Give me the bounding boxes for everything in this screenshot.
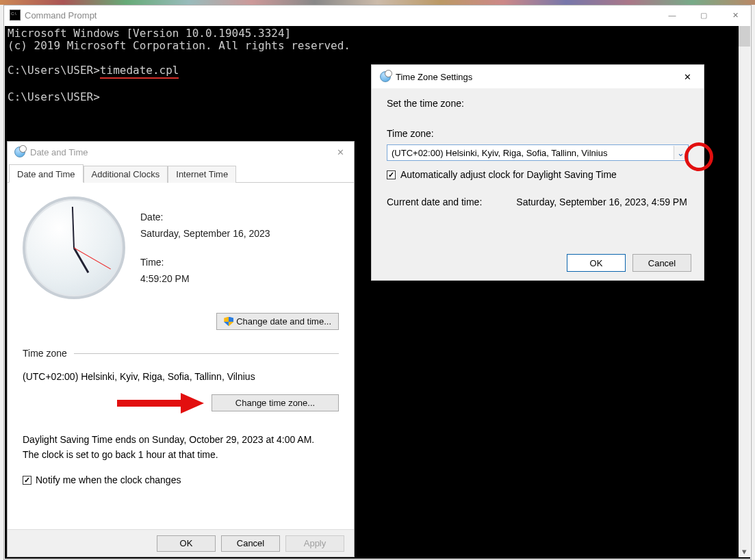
annotation-arrow [117,395,206,411]
time-value: 4:59:20 PM [140,273,270,284]
shield-icon [224,317,233,327]
apply-button: Apply [285,535,344,552]
analog-clock [23,196,125,299]
ok-button[interactable]: OK [567,254,626,272]
cmd-title: Command Prompt [25,10,656,21]
dialog-footer: OK Cancel Apply [8,529,354,557]
scroll-thumb[interactable] [739,26,750,47]
cmd-titlebar[interactable]: Command Prompt — ▢ ✕ [4,5,751,25]
scrollbar[interactable]: ▴ ▾ [739,26,750,557]
timezone-combo-value: (UTC+02:00) Helsinki, Kyiv, Riga, Sofia,… [392,148,607,158]
time-label: Time: [140,257,270,268]
timezone-settings-window: Time Zone Settings ✕ Set the time zone: … [371,64,704,281]
date-label: Date: [140,212,270,222]
current-datetime-label: Current date and time: [387,196,482,207]
notify-checkbox[interactable]: ✓ [23,476,31,485]
globe-clock-icon [14,147,25,157]
current-datetime-value: Saturday, September 16, 2023, 4:59 PM [516,196,687,207]
dst-info-line2: The clock is set to go back 1 hour at th… [23,447,339,462]
timezone-titlebar[interactable]: Time Zone Settings ✕ [372,65,704,88]
notify-label: Notify me when the clock changes [36,474,181,485]
cancel-button[interactable]: Cancel [221,535,280,552]
scroll-down-icon[interactable]: ▾ [739,546,750,557]
date-time-titlebar[interactable]: Date and Time ✕ [8,142,354,162]
console-line: Microsoft Windows [Version 10.0.19045.33… [8,27,291,40]
console-command: timedate.cpl [100,64,179,79]
date-time-title: Date and Time [30,147,331,157]
dst-checkbox-label: Automatically adjust clock for Daylight … [400,169,617,180]
timezone-section-label: Time zone [23,348,67,359]
tab-date-time[interactable]: Date and Time [9,164,84,183]
dst-checkbox[interactable]: ✓ [387,170,396,179]
globe-clock-icon [380,71,391,82]
decorative-strip [0,0,755,5]
timezone-value: (UTC+02:00) Helsinki, Kyiv, Riga, Sofia,… [23,371,339,382]
console-line: (c) 2019 Microsoft Corporation. All righ… [8,39,350,52]
close-button[interactable]: ✕ [719,5,751,25]
change-date-time-button[interactable]: Change date and time... [216,313,339,330]
timezone-label: Time zone: [387,128,689,139]
minimize-button[interactable]: — [656,5,688,25]
tab-internet-time[interactable]: Internet Time [168,166,236,183]
console-prompt: C:\Users\USER> [8,64,100,77]
dst-info-line1: Daylight Saving Time ends on Sunday, Oct… [23,432,339,447]
change-time-zone-button[interactable]: Change time zone... [212,394,339,411]
clock-minute-hand [72,207,75,248]
close-button[interactable]: ✕ [331,144,350,160]
timezone-combobox[interactable]: (UTC+02:00) Helsinki, Kyiv, Riga, Sofia,… [387,144,689,161]
close-button[interactable]: ✕ [678,69,697,84]
tab-additional-clocks[interactable]: Additional Clocks [84,166,168,183]
cancel-button[interactable]: Cancel [632,254,691,272]
set-timezone-label: Set the time zone: [387,98,689,109]
annotation-circle [684,142,713,171]
timezone-title: Time Zone Settings [396,72,678,82]
divider [74,353,339,354]
tabstrip: Date and Time Additional Clocks Internet… [8,164,354,183]
date-time-window: Date and Time ✕ Date and Time Additional… [7,141,355,557]
cmd-icon [10,10,21,21]
date-value: Saturday, September 16, 2023 [140,228,270,239]
tab-panel: Date: Saturday, September 16, 2023 Time:… [8,183,354,485]
maximize-button[interactable]: ▢ [688,5,719,25]
ok-button[interactable]: OK [157,535,216,552]
console-prompt: C:\Users\USER> [8,90,100,103]
